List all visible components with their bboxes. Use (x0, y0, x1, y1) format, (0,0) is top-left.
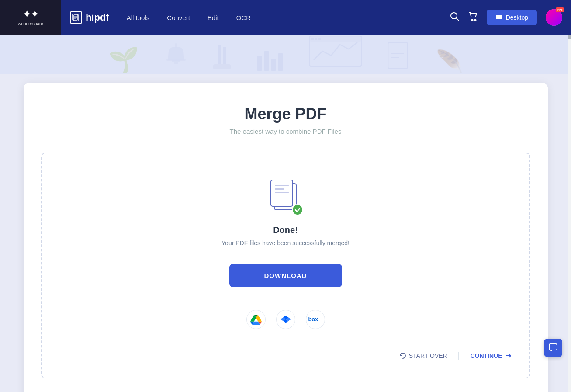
hero-icons: 🌱 (108, 36, 463, 74)
hero-doc-icon (388, 42, 410, 73)
svg-rect-25 (388, 42, 408, 69)
svg-rect-21 (310, 37, 361, 42)
desktop-btn-label: Desktop (506, 14, 528, 21)
download-button[interactable]: DOWNLOAD (229, 264, 342, 287)
nav-ocr[interactable]: OCR (236, 14, 251, 21)
main-card: Merge PDF The easiest way to combine PDF… (24, 83, 548, 392)
svg-point-7 (471, 19, 473, 21)
navbar: ✦✦ wondershare hipdf All tools Convert E… (0, 0, 571, 35)
svg-line-6 (456, 18, 459, 21)
hero-pencils-icon (213, 45, 231, 73)
start-over-button[interactable]: START OVER (399, 352, 447, 359)
doc-line-1 (275, 185, 289, 186)
user-avatar[interactable]: Pro (546, 9, 562, 26)
actions-divider: | (458, 351, 460, 360)
pro-badge: Pro (556, 7, 564, 12)
bottom-actions: START OVER | CONTINUE (59, 342, 512, 360)
svg-rect-19 (278, 53, 283, 71)
success-icon-wrapper (59, 180, 512, 215)
hipdf-icon-box (70, 11, 82, 24)
nav-actions: Desktop Pro (450, 9, 562, 26)
done-title: Done! (59, 225, 512, 235)
svg-rect-16 (257, 56, 262, 71)
svg-point-8 (474, 19, 476, 21)
main-content: Merge PDF The easiest way to combine PDF… (0, 74, 571, 392)
result-area: Done! Your PDF files have been successfu… (41, 153, 530, 378)
chat-button[interactable] (544, 339, 562, 357)
svg-rect-15 (213, 64, 231, 69)
doc-line-3 (275, 192, 289, 193)
hero-feather-icon: 🪶 (436, 49, 463, 74)
gdrive-button[interactable] (246, 310, 266, 329)
page-title: Merge PDF (41, 105, 530, 123)
download-wrapper: DOWNLOAD (59, 264, 512, 299)
cart-button[interactable] (468, 12, 478, 24)
hero-bell-icon (165, 43, 187, 73)
nav-convert[interactable]: Convert (167, 14, 190, 21)
hipdf-logo[interactable]: hipdf (70, 11, 109, 24)
doc-lines (271, 180, 292, 200)
page-subtitle: The easiest way to combine PDF Files (41, 128, 530, 135)
merged-doc-icon (270, 180, 301, 215)
svg-rect-23 (315, 38, 317, 40)
svg-rect-13 (218, 45, 221, 66)
svg-rect-10 (174, 62, 178, 64)
brand-logo[interactable]: ✦✦ wondershare (0, 0, 61, 35)
hero-chart-icon (257, 47, 283, 73)
desktop-button[interactable]: Desktop (487, 10, 537, 25)
scrollbar[interactable] (568, 0, 571, 392)
wondershare-label: wondershare (18, 21, 43, 26)
nav-links: All tools Convert Edit OCR (127, 14, 450, 21)
hero-plant-icon: 🌱 (108, 45, 139, 74)
doc-line-2 (275, 188, 284, 190)
done-subtitle: Your PDF files have been successfully me… (59, 239, 512, 246)
hero-monitor-icon (309, 36, 362, 73)
svg-text:box: box (308, 316, 318, 323)
start-over-label: START OVER (409, 352, 447, 359)
check-circle (292, 204, 303, 215)
cloud-icons-row: box (59, 310, 512, 329)
continue-label: CONTINUE (470, 352, 502, 359)
svg-rect-34 (549, 344, 557, 350)
continue-button[interactable]: CONTINUE (470, 352, 512, 359)
svg-rect-22 (311, 38, 314, 40)
wondershare-logo: ✦✦ wondershare (18, 9, 43, 26)
nav-all-tools[interactable]: All tools (127, 14, 150, 21)
hero-background: 🌱 (0, 35, 571, 74)
search-button[interactable] (450, 12, 460, 24)
svg-rect-11 (166, 59, 186, 61)
hipdf-text: hipdf (86, 12, 109, 23)
svg-rect-18 (271, 59, 276, 71)
svg-rect-24 (318, 38, 321, 40)
nav-edit[interactable]: Edit (208, 14, 219, 21)
doc-front (270, 180, 293, 207)
svg-rect-17 (264, 51, 269, 71)
svg-rect-12 (175, 43, 177, 48)
svg-point-5 (451, 13, 457, 19)
box-button[interactable]: box (306, 310, 325, 329)
dropbox-button[interactable] (276, 310, 295, 329)
